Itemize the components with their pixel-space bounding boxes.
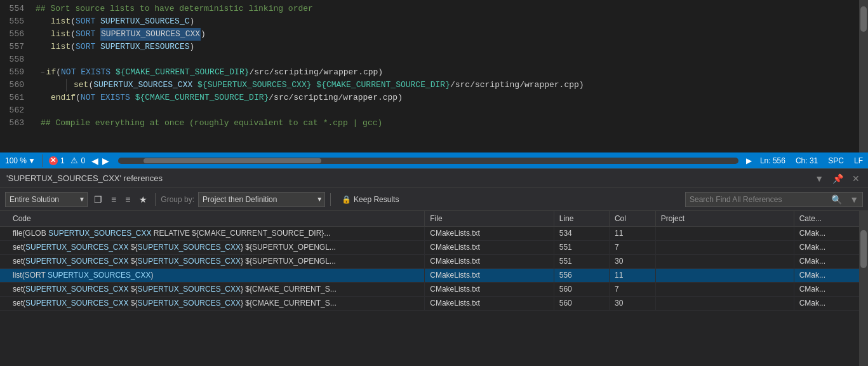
code-content[interactable]: ## Sort source lists to have determinist…: [30, 0, 868, 152]
find-panel-title: 'SUPERTUX_SOURCES_CXX' references: [6, 173, 163, 183]
cell-code: file(GLOB SUPERTUX_SOURCES_CXX RELATIVE …: [0, 226, 425, 240]
zoom-control[interactable]: 100 % ▼: [5, 156, 36, 165]
code-editor: 554 555 556 557 558 559 560 561 562 563 …: [0, 0, 868, 152]
table-row[interactable]: set(SUPERTUX_SOURCES_CXX ${SUPERTUX_SOUR…: [0, 296, 868, 310]
cell-category: CMak...: [794, 254, 867, 268]
cell-line: 551: [554, 240, 609, 254]
line-info: Ln: 556: [760, 156, 785, 165]
table-row[interactable]: set(SUPERTUX_SOURCES_CXX ${SUPERTUX_SOUR…: [0, 282, 868, 296]
panel-dropdown-btn[interactable]: ▼: [813, 173, 825, 184]
toolbar-sep-2: [330, 193, 331, 206]
cell-line: 556: [554, 268, 609, 282]
cell-category: CMak...: [794, 282, 867, 296]
cell-code: set(SUPERTUX_SOURCES_CXX ${SUPERTUX_SOUR…: [0, 296, 425, 310]
scope-dropdown[interactable]: Entire Solution Current Project Current …: [5, 192, 88, 207]
col-header-code[interactable]: Code: [0, 211, 425, 226]
search-input[interactable]: [686, 194, 827, 205]
cell-line: 551: [554, 254, 609, 268]
expand-all-button[interactable]: ≡: [109, 193, 119, 206]
code-line-557: list(SORT SUPERTUX_RESOURCES): [30, 41, 868, 53]
search-button[interactable]: 🔍: [827, 194, 846, 205]
groupby-dropdown[interactable]: Project then Definition Definition Proje…: [198, 192, 325, 207]
nav-arrows[interactable]: ◀ ▶: [90, 156, 110, 166]
cell-col: 7: [609, 282, 655, 296]
panel-controls: ▼ 📌 ✕: [813, 173, 862, 184]
results-scrollbar[interactable]: [859, 211, 868, 366]
table-row[interactable]: set(SUPERTUX_SOURCES_CXX ${SUPERTUX_SOUR…: [0, 240, 868, 254]
error-count[interactable]: ✕ 1: [49, 156, 65, 165]
cell-code: set(SUPERTUX_SOURCES_CXX ${SUPERTUX_SOUR…: [0, 282, 425, 296]
warning-icon: ⚠: [70, 156, 79, 165]
editor-scrollbar[interactable]: [859, 0, 868, 152]
cell-line: 560: [554, 282, 609, 296]
cell-project: [655, 254, 794, 268]
cell-col: 30: [609, 296, 655, 310]
warning-number: 0: [81, 156, 86, 165]
cell-file: CMakeLists.txt: [425, 254, 554, 268]
cell-line: 534: [554, 226, 609, 240]
code-line-556: list(SORT SUPERTUX_SOURCES_CXX): [30, 28, 868, 41]
cell-file: CMakeLists.txt: [425, 268, 554, 282]
filter-button[interactable]: ★: [137, 193, 150, 206]
collapse-icon[interactable]: −: [41, 66, 45, 79]
scope-dropdown-wrap: Entire Solution Current Project Current …: [5, 192, 88, 207]
cell-file: CMakeLists.txt: [425, 226, 554, 240]
col-header-cate[interactable]: Cate...: [794, 211, 867, 226]
panel-close-btn[interactable]: ✕: [850, 173, 862, 184]
cell-project: [655, 226, 794, 240]
cell-col: 7: [609, 240, 655, 254]
cell-category: CMak...: [794, 296, 867, 310]
col-header-col[interactable]: Col: [609, 211, 655, 226]
error-icon: ✕: [49, 156, 58, 165]
nav-back-button[interactable]: ◀: [90, 156, 100, 166]
code-line-554: ## Sort source lists to have determinist…: [30, 3, 868, 15]
find-toolbar: Entire Solution Current Project Current …: [0, 188, 868, 211]
cell-category: CMak...: [794, 240, 867, 254]
warning-count[interactable]: ⚠ 0: [70, 156, 86, 165]
col-info: Ch: 31: [796, 156, 818, 165]
code-line-559: − if(NOT EXISTS ${CMAKE_CURRENT_SOURCE_D…: [30, 66, 868, 79]
lock-icon: 🔒: [342, 195, 351, 204]
cell-col: 11: [609, 226, 655, 240]
horizontal-scrollbar[interactable]: [118, 158, 738, 164]
results-body: file(GLOB SUPERTUX_SOURCES_CXX RELATIVE …: [0, 226, 868, 310]
toolbar-sep-1: [155, 193, 156, 206]
search-box-wrap: 🔍 ▼: [685, 192, 863, 207]
code-line-555: list(SORT SUPERTUX_SOURCES_C): [30, 15, 868, 28]
find-references-panel: 'SUPERTUX_SOURCES_CXX' references ▼ 📌 ✕ …: [0, 168, 868, 366]
code-line-563: ## Compile everything at once (roughly e…: [30, 117, 868, 130]
cell-file: CMakeLists.txt: [425, 240, 554, 254]
table-row[interactable]: list(SORT SUPERTUX_SOURCES_CXX)CMakeList…: [0, 268, 868, 282]
panel-pin-btn[interactable]: 📌: [831, 173, 845, 184]
groupby-label: Group by:: [161, 195, 194, 204]
table-row[interactable]: file(GLOB SUPERTUX_SOURCES_CXX RELATIVE …: [0, 226, 868, 240]
error-number: 1: [60, 156, 65, 165]
results-table-wrap: Code File Line Col Project Cate... file(…: [0, 211, 868, 366]
code-line-558: [30, 53, 868, 66]
zoom-label: 100 %: [5, 156, 27, 165]
cell-code: list(SORT SUPERTUX_SOURCES_CXX): [0, 268, 425, 282]
nav-forward-button[interactable]: ▶: [101, 156, 110, 166]
status-bar: 100 % ▼ ✕ 1 ⚠ 0 ◀ ▶ ▶ Ln: 556 Ch: 31 SPC…: [0, 152, 868, 168]
collapse-all-button[interactable]: ≡: [123, 193, 133, 206]
col-header-file[interactable]: File: [425, 211, 554, 226]
code-line-561: endif(NOT EXISTS ${CMAKE_CURRENT_SOURCE_…: [30, 92, 868, 104]
keep-results-button[interactable]: 🔒 Keep Results: [336, 193, 404, 206]
copy-button[interactable]: ❐: [91, 193, 105, 206]
cell-project: [655, 268, 794, 282]
col-header-proj[interactable]: Project: [655, 211, 794, 226]
cell-col: 11: [609, 268, 655, 282]
search-options-btn[interactable]: ▼: [846, 194, 862, 205]
table-row[interactable]: set(SUPERTUX_SOURCES_CXX ${SUPERTUX_SOUR…: [0, 254, 868, 268]
scroll-right-arrow[interactable]: ▶: [746, 156, 755, 165]
status-separator-1: [42, 154, 43, 167]
cell-col: 30: [609, 254, 655, 268]
cell-code: set(SUPERTUX_SOURCES_CXX ${SUPERTUX_SOUR…: [0, 254, 425, 268]
code-line-560: set(SUPERTUX_SOURCES_CXX ${SUPERTUX_SOUR…: [30, 79, 868, 92]
encoding-info: SPC: [828, 156, 844, 165]
cell-project: [655, 240, 794, 254]
col-header-line[interactable]: Line: [554, 211, 609, 226]
results-table: Code File Line Col Project Cate... file(…: [0, 211, 868, 311]
zoom-dropdown-arrow: ▼: [28, 156, 36, 165]
groupby-dropdown-wrap: Project then Definition Definition Proje…: [198, 192, 325, 207]
